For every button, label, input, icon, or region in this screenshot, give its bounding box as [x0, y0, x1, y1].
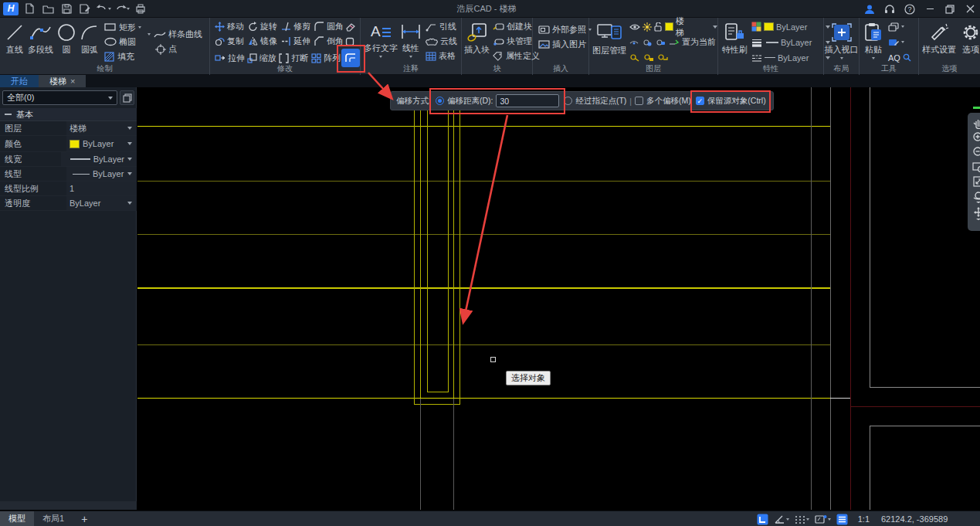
cad-line[interactable]: [811, 87, 812, 510]
lineweight-control[interactable]: ByLayer: [751, 35, 830, 49]
tab-drawing[interactable]: 楼梯×: [39, 75, 86, 87]
close-button[interactable]: [960, 0, 980, 18]
layer-freeze-icon[interactable]: [643, 22, 652, 32]
set-current-button[interactable]: 置为当前: [682, 36, 716, 48]
account-icon[interactable]: [860, 0, 880, 18]
ellipse-button[interactable]: 椭圆: [103, 35, 143, 49]
xref-button[interactable]: 外部参照: [537, 22, 588, 37]
app-logo-icon[interactable]: H: [3, 2, 19, 15]
transparency-value-dropdown[interactable]: ByLayer: [66, 196, 137, 210]
lineweight-display-button[interactable]: [836, 514, 848, 525]
layer-thaw-icon[interactable]: [643, 38, 653, 46]
cad-line[interactable]: [137, 126, 831, 127]
print-button[interactable]: [133, 2, 148, 15]
layer-off-icon[interactable]: [629, 38, 639, 46]
insert-viewport-button[interactable]: 插入视口: [824, 19, 859, 64]
tab-close-icon[interactable]: ×: [70, 76, 75, 86]
redo-button[interactable]: [114, 2, 130, 15]
layer-match-icon[interactable]: [669, 38, 679, 46]
cad-line[interactable]: [830, 87, 831, 510]
insert-block-button[interactable]: 插入块: [464, 19, 490, 64]
through-point-radio[interactable]: [564, 97, 572, 105]
cad-line[interactable]: [830, 398, 850, 399]
drawing-canvas[interactable]: 偏移方式: 偏移距离(D): 经过指定点(T) | 多个偏移(M) ✓ 保留源对…: [137, 87, 980, 510]
hatch-button[interactable]: 填充: [103, 49, 143, 64]
quick-edit-button[interactable]: [887, 35, 913, 49]
trim-button[interactable]: 修剪: [281, 19, 314, 34]
color-value-dropdown[interactable]: ByLayer: [66, 136, 137, 151]
layer-manager-button[interactable]: 图层管理: [592, 19, 626, 64]
extend-button[interactable]: 延伸: [281, 34, 314, 49]
layer-value-dropdown[interactable]: 楼梯: [66, 121, 137, 135]
zoom-out-icon[interactable]: [972, 146, 980, 158]
cad-line[interactable]: [870, 426, 980, 426]
move-button[interactable]: 移动: [215, 19, 248, 34]
linear-dim-button[interactable]: 线性: [400, 19, 422, 64]
undo-button[interactable]: [96, 2, 111, 15]
spline-button[interactable]: 样条曲线: [146, 27, 204, 42]
table-button[interactable]: 表格: [424, 49, 459, 63]
tab-model[interactable]: 模型: [0, 511, 34, 526]
dynamic-input-button[interactable]: [815, 514, 831, 524]
copy-clip-dropdown-icon[interactable]: [901, 25, 904, 28]
cad-line[interactable]: [453, 108, 454, 398]
layer-walk-icon[interactable]: [629, 53, 640, 62]
tab-start[interactable]: 开始: [0, 75, 39, 87]
lineweight-value-dropdown[interactable]: ByLayer: [61, 152, 137, 166]
help-button[interactable]: ?: [900, 0, 920, 18]
style-settings-button[interactable]: 样式设置: [922, 19, 956, 64]
cad-line[interactable]: [137, 398, 831, 399]
cad-line[interactable]: [137, 234, 831, 235]
mirror-button[interactable]: 镜像: [248, 34, 281, 49]
insert-image-button[interactable]: 插入图片: [537, 37, 588, 52]
layer-lock-icon[interactable]: [654, 22, 663, 32]
open-file-button[interactable]: [40, 2, 56, 15]
arc-button[interactable]: 圆弧: [80, 19, 100, 64]
copy-clip-button[interactable]: [887, 19, 913, 34]
cad-line[interactable]: [850, 87, 851, 510]
paste-dropdown-icon[interactable]: [872, 57, 875, 59]
zoom-window-icon[interactable]: [972, 161, 980, 173]
cad-line[interactable]: [137, 287, 831, 289]
selection-filter-dropdown[interactable]: 全部(0): [2, 90, 117, 105]
mtext-dropdown-icon[interactable]: [379, 56, 382, 58]
cad-line[interactable]: [137, 344, 831, 345]
cad-line[interactable]: [448, 108, 449, 392]
steering-wheel-icon[interactable]: [972, 206, 980, 220]
zoom-extents-icon[interactable]: [972, 175, 980, 188]
linetype-value-dropdown[interactable]: ByLayer: [66, 167, 137, 181]
copy-button[interactable]: 复制: [215, 34, 248, 49]
layer-dropdown-icon[interactable]: [713, 25, 717, 29]
paste-button[interactable]: 粘贴: [863, 19, 883, 64]
undo-dropdown-icon[interactable]: [108, 8, 111, 10]
cad-line[interactable]: [453, 399, 454, 510]
cad-line[interactable]: [870, 87, 870, 387]
cad-line[interactable]: [850, 406, 980, 407]
spline-dropdown-icon[interactable]: [148, 33, 151, 36]
erase-button[interactable]: [345, 19, 356, 34]
quick-edit-dropdown-icon[interactable]: [901, 41, 904, 43]
support-icon[interactable]: [880, 0, 900, 18]
panel-toggle-button[interactable]: [120, 90, 134, 105]
new-file-button[interactable]: [22, 2, 37, 15]
cad-line[interactable]: [137, 181, 831, 182]
revision-cloud-button[interactable]: 云线: [424, 34, 459, 49]
options-button[interactable]: 选项: [961, 19, 980, 64]
cad-line[interactable]: [414, 108, 415, 404]
layer-visibility-icon[interactable]: [629, 23, 640, 31]
keep-source-checkbox[interactable]: ✓: [696, 97, 704, 105]
section-basic[interactable]: 基本: [0, 108, 137, 121]
cad-line[interactable]: [427, 392, 449, 392]
panel-scrollbar[interactable]: [0, 501, 137, 510]
ucs-toggle-button[interactable]: [757, 514, 768, 525]
line-button[interactable]: 直线: [5, 19, 25, 64]
save-button[interactable]: [59, 2, 74, 15]
viewport-dropdown-icon[interactable]: [840, 57, 843, 59]
distance-radio[interactable]: [436, 97, 444, 105]
match-properties-button[interactable]: 特性刷: [722, 19, 748, 64]
cad-line[interactable]: [420, 108, 421, 398]
ltscale-value[interactable]: 1: [66, 182, 137, 195]
cad-line[interactable]: [459, 108, 460, 404]
leader-button[interactable]: 引线: [424, 19, 459, 34]
add-layout-button[interactable]: +: [73, 511, 96, 526]
